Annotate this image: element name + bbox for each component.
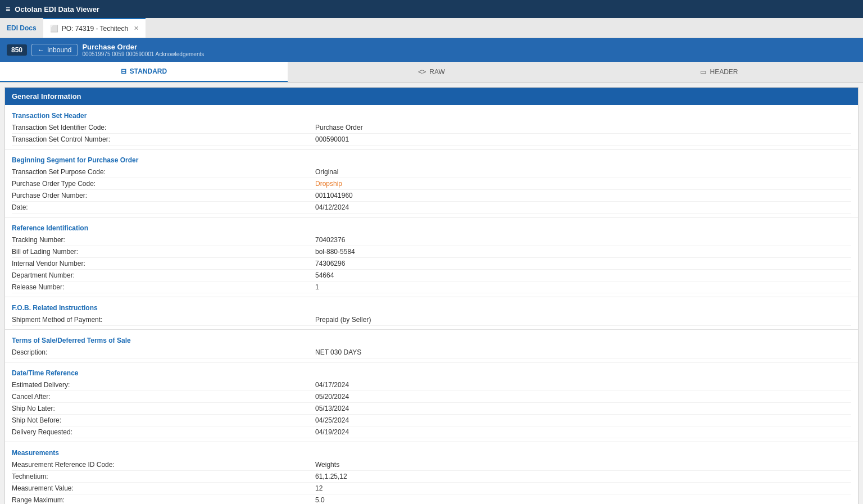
field-value: 1 bbox=[315, 283, 319, 291]
subsection-title-5: Date/Time Reference bbox=[12, 366, 851, 379]
field-value: 54664 bbox=[315, 271, 334, 279]
field-value: bol-880-5584 bbox=[315, 248, 355, 256]
field-label: Cancel After: bbox=[12, 393, 315, 401]
field-value: 04/17/2024 bbox=[315, 381, 349, 389]
field-label: Ship Not Before: bbox=[12, 416, 315, 424]
header-icon: ▭ bbox=[700, 68, 706, 76]
field-value: Dropship bbox=[315, 180, 342, 188]
field-label: Transaction Set Purpose Code: bbox=[12, 168, 315, 176]
field-row: Transaction Set Purpose Code:Original bbox=[12, 166, 851, 178]
field-label: Purchase Order Type Code: bbox=[12, 180, 315, 188]
raw-icon: <> bbox=[418, 68, 426, 76]
subsection-title-2: Reference Identification bbox=[12, 221, 851, 234]
field-label: Range Maximum: bbox=[12, 496, 315, 504]
field-row: Transaction Set Control Number:000590001 bbox=[12, 134, 851, 146]
field-value: Purchase Order bbox=[315, 124, 363, 131]
edi-docs-label: EDI Docs bbox=[7, 24, 37, 32]
subsection-6: MeasurementsMeasurement Reference ID Cod… bbox=[5, 442, 858, 504]
app-title: Octolan EDI Data Viewer bbox=[15, 5, 99, 13]
field-label: Purchase Order Number: bbox=[12, 192, 315, 199]
field-label: Department Number: bbox=[12, 271, 315, 279]
field-value: Weights bbox=[315, 461, 339, 469]
field-value: 12 bbox=[315, 484, 323, 492]
field-label: Release Number: bbox=[12, 283, 315, 291]
field-row: Measurement Value:12 bbox=[12, 483, 851, 494]
subsection-title-4: Terms of Sale/Deferred Terms of Sale bbox=[12, 333, 851, 347]
field-label: Internal Vendor Number: bbox=[12, 260, 315, 267]
toolbar-document-info: Purchase Order 000519975 0059 000590001 … bbox=[82, 43, 204, 57]
field-row: Purchase Order Type Code:Dropship bbox=[12, 178, 851, 190]
field-row: Measurement Reference ID Code:Weights bbox=[12, 459, 851, 471]
subsection-2: Reference IdentificationTracking Number:… bbox=[5, 217, 858, 297]
subsections-container: Transaction Set HeaderTransaction Set Id… bbox=[5, 105, 858, 504]
field-value: 04/25/2024 bbox=[315, 416, 349, 424]
field-label: Transaction Set Identifier Code: bbox=[12, 124, 315, 131]
header-label: HEADER bbox=[710, 68, 738, 76]
tab-header[interactable]: ▭ HEADER bbox=[575, 62, 863, 82]
inbound-label: Inbound bbox=[47, 46, 71, 54]
field-value: 61,1.25,12 bbox=[315, 473, 347, 480]
subsection-1: Beginning Segment for Purchase OrderTran… bbox=[5, 149, 858, 217]
tab-edi-docs[interactable]: EDI Docs bbox=[0, 18, 43, 38]
field-label: Bill of Lading Number: bbox=[12, 248, 315, 256]
field-label: Estimated Delivery: bbox=[12, 381, 315, 389]
po-tab-label: PO: 74319 - Techitech bbox=[62, 25, 129, 33]
field-row: Estimated Delivery:04/17/2024 bbox=[12, 379, 851, 391]
field-label: Technetium: bbox=[12, 473, 315, 480]
field-row: Cancel After:05/20/2024 bbox=[12, 391, 851, 403]
field-value: 05/20/2024 bbox=[315, 393, 349, 401]
field-label: Ship No Later: bbox=[12, 405, 315, 412]
field-value: Prepaid (by Seller) bbox=[315, 316, 371, 324]
document-sub-info: 000519975 0059 000590001 Acknowledgement… bbox=[82, 51, 204, 57]
field-row: Tracking Number:70402376 bbox=[12, 234, 851, 246]
field-value: Original bbox=[315, 168, 338, 176]
document-type-label: Purchase Order bbox=[82, 43, 204, 51]
field-label: Tracking Number: bbox=[12, 236, 315, 244]
inbound-button[interactable]: ← Inbound bbox=[31, 44, 78, 56]
field-label: Transaction Set Control Number: bbox=[12, 135, 315, 143]
field-label: Date: bbox=[12, 203, 315, 211]
field-row: Shipment Method of Payment:Prepaid (by S… bbox=[12, 314, 851, 326]
field-row: Department Number:54664 bbox=[12, 270, 851, 281]
general-info-header: General Information bbox=[5, 88, 858, 105]
field-value: 05/13/2024 bbox=[315, 405, 349, 412]
tab-close-button[interactable]: ✕ bbox=[134, 25, 139, 32]
field-value: 0011041960 bbox=[315, 192, 353, 199]
field-value: 04/12/2024 bbox=[315, 203, 349, 211]
field-row: Internal Vendor Number:74306296 bbox=[12, 258, 851, 270]
field-label: Shipment Method of Payment: bbox=[12, 316, 315, 324]
tab-raw[interactable]: <> RAW bbox=[288, 62, 575, 82]
hamburger-icon[interactable]: ≡ bbox=[6, 4, 10, 13]
field-row: Description:NET 030 DAYS bbox=[12, 347, 851, 358]
raw-label: RAW bbox=[429, 68, 445, 76]
tab-icon: ⬜ bbox=[50, 25, 58, 33]
arrow-left-icon: ← bbox=[38, 46, 44, 54]
field-label: Measurement Reference ID Code: bbox=[12, 461, 315, 469]
tab-bar: EDI Docs ⬜ PO: 74319 - Techitech ✕ bbox=[0, 18, 863, 38]
title-bar: ≡ Octolan EDI Data Viewer bbox=[0, 0, 863, 18]
field-value: 04/19/2024 bbox=[315, 428, 349, 436]
subsection-4: Terms of Sale/Deferred Terms of SaleDesc… bbox=[5, 330, 858, 362]
field-row: Date:04/12/2024 bbox=[12, 202, 851, 214]
field-label: Description: bbox=[12, 348, 315, 356]
field-row: Range Maximum:5.0 bbox=[12, 494, 851, 504]
field-row: Ship No Later:05/13/2024 bbox=[12, 403, 851, 415]
main-content: General Information Transaction Set Head… bbox=[4, 87, 859, 504]
field-label: Delivery Requested: bbox=[12, 428, 315, 436]
tab-po-74319[interactable]: ⬜ PO: 74319 - Techitech ✕ bbox=[43, 18, 146, 38]
field-row: Bill of Lading Number:bol-880-5584 bbox=[12, 246, 851, 258]
subsection-0: Transaction Set HeaderTransaction Set Id… bbox=[5, 105, 858, 149]
view-tabs: ⊟ STANDARD <> RAW ▭ HEADER bbox=[0, 62, 863, 83]
subsection-5: Date/Time ReferenceEstimated Delivery:04… bbox=[5, 362, 858, 442]
standard-label: STANDARD bbox=[130, 67, 167, 75]
field-row: Transaction Set Identifier Code:Purchase… bbox=[12, 122, 851, 134]
tab-standard[interactable]: ⊟ STANDARD bbox=[0, 62, 288, 82]
toolbar: 850 ← Inbound Purchase Order 000519975 0… bbox=[0, 38, 863, 62]
standard-icon: ⊟ bbox=[121, 67, 126, 75]
subsection-3: F.O.B. Related InstructionsShipment Meth… bbox=[5, 297, 858, 330]
field-label: Measurement Value: bbox=[12, 484, 315, 492]
field-value: 74306296 bbox=[315, 260, 345, 267]
field-value: 5.0 bbox=[315, 496, 325, 504]
subsection-title-0: Transaction Set Header bbox=[12, 108, 851, 122]
field-row: Release Number:1 bbox=[12, 281, 851, 293]
